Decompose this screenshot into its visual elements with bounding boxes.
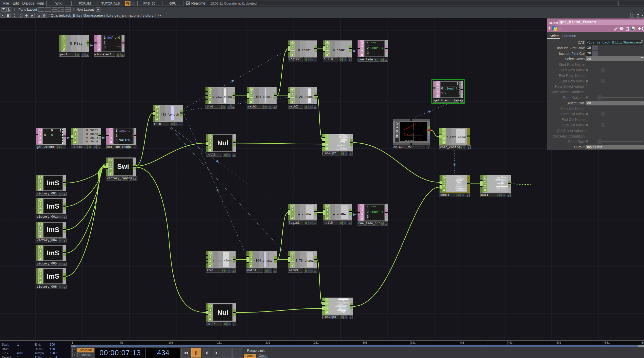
svg-text:0 200 400 600 800: 0 200 400 600 800 <box>404 130 414 131</box>
svg-text:0 200 400 600 800: 0 200 400 600 800 <box>404 140 414 141</box>
svg-text:chan1: chan1 <box>410 124 414 126</box>
svg-text:chan1: chan1 <box>410 134 414 136</box>
